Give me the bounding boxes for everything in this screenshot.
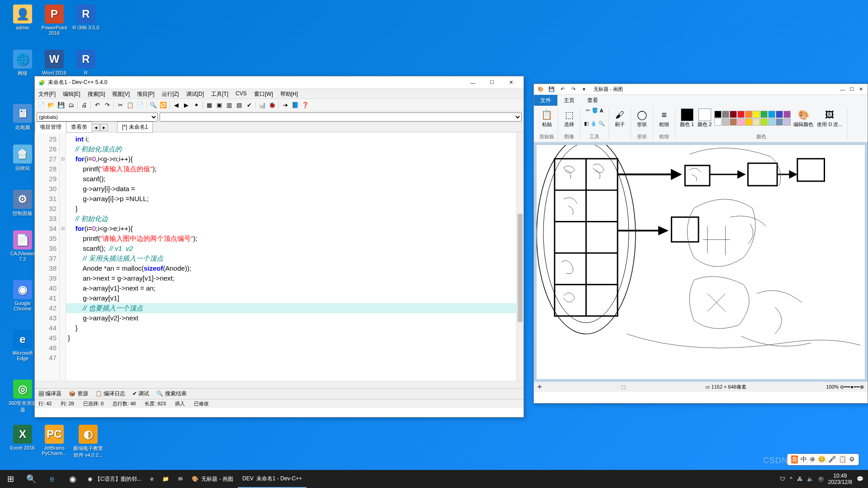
desktop-icon[interactable]: 🖥此电脑 [7,104,38,131]
bottom-tab[interactable]: 📦 资源 [65,389,91,399]
color-swatch[interactable] [776,118,783,126]
code-area[interactable]: int i; // 初始化顶点的 for(i=0,i<g->n;i++){ pr… [66,132,516,381]
close-button[interactable]: ✕ [502,77,520,88]
edge-icon[interactable]: e [42,470,62,488]
desktop-icon[interactable]: ◐极域电子教室软件 v4.0 2... [72,425,104,459]
run-icon[interactable]: ▣ [215,101,224,110]
menu-item[interactable]: 视图[V] [108,89,133,99]
color-swatch[interactable] [730,118,737,126]
desktop-icon[interactable]: PCJetBrains PyCharm... [38,425,70,456]
desktop-icon[interactable]: 🌐网络 [7,50,38,77]
fwd-icon[interactable]: ▶ [182,101,191,110]
maximize-button[interactable]: ☐ [848,85,856,94]
menu-item[interactable]: 工具[T] [208,89,232,99]
clock[interactable]: 10:492023/12/8 [828,473,852,486]
menu-item[interactable]: 窗口[W] [250,89,277,99]
tray-up-icon[interactable]: ^ [790,476,793,482]
vscrollbar[interactable] [516,132,524,381]
new-icon[interactable]: 📄 [37,101,46,110]
qat-dropdown-icon[interactable]: ▾ [580,85,588,94]
color-swatch[interactable] [737,111,745,118]
tray-shield-icon[interactable]: 🛡 [780,476,785,482]
edit-3d-button[interactable]: 🖼使用 D 连... [816,108,843,129]
edit-colors-button[interactable]: 🎨编辑颜色 [793,108,814,129]
tab-file[interactable]: 文件 [534,95,557,106]
bottom-tab[interactable]: 🔍 搜索结果 [153,389,190,399]
tab-project[interactable]: 项目管理 [35,122,66,133]
desktop-icon[interactable]: ◎360安全浏览器 [7,380,38,413]
color-swatch[interactable] [760,111,768,118]
taskbar-item[interactable]: ◉【C语言】图的邻... [83,470,146,488]
color-swatch[interactable] [776,111,783,118]
select-button[interactable]: ⬚选择 [562,108,576,129]
color-palette[interactable] [714,111,791,126]
globals-select[interactable]: (globals) [37,113,158,122]
menu-item[interactable]: 搜索[S] [84,89,109,99]
color-swatch[interactable] [722,118,729,126]
menu-item[interactable]: 文件[F] [35,89,59,99]
color-swatch[interactable] [745,111,752,118]
fill-icon[interactable]: 🪣 [592,108,598,113]
picker-icon[interactable]: 💧 [590,121,597,127]
desktop-icon[interactable]: 📄CAJViewer 7.2 [7,230,38,262]
find-icon[interactable]: 🔍 [149,101,158,110]
redo-icon[interactable]: ↷ [103,101,112,110]
desktop-icon[interactable]: eMicrosoft Edge [7,330,38,361]
zoom-icon[interactable]: 🔍 [599,121,605,127]
paste-icon[interactable]: 📄 [136,101,145,110]
taskbar-item[interactable]: e [146,470,158,488]
copy-icon[interactable]: 📋 [126,101,135,110]
undo-icon[interactable]: ↶ [93,101,102,110]
desktop-icon[interactable]: PPowerPoint 2016 [38,5,70,36]
desktop-icon[interactable]: ◉Google Chrome [7,280,38,311]
devcpp-titlebar[interactable]: 🧩 未命名1 - Dev-C++ 5.4.0 — ☐ ✕ [35,76,524,89]
save-icon[interactable]: 💾 [547,85,556,94]
desktop-icon[interactable]: RR i386 3.5.0 [70,5,102,30]
color-swatch[interactable] [737,118,745,126]
menu-item[interactable]: 项目[P] [133,89,158,99]
new2-icon[interactable]: 📘 [291,101,300,110]
eraser-icon[interactable]: ◧ [584,121,589,127]
taskbar-item[interactable]: ✉ [174,470,187,488]
tab-nav-right[interactable]: ▸ [100,124,108,131]
hscrollbar[interactable] [35,381,524,388]
color-swatch[interactable] [714,118,722,126]
paint-canvas[interactable] [537,145,865,379]
color-swatch[interactable] [753,111,760,118]
desktop-icon[interactable]: 👤admin [7,5,38,30]
menu-item[interactable]: 帮助[H] [277,89,302,99]
debug-icon[interactable]: ✔ [245,101,254,110]
menu-item[interactable]: 编辑[E] [59,89,84,99]
paste-button[interactable]: 📋粘贴 [540,108,554,129]
desktop-icon[interactable]: ⚙控制面板 [7,190,38,217]
undo-icon[interactable]: ↶ [558,85,566,94]
compilerun-icon[interactable]: ▥ [225,101,234,110]
taskbar-item[interactable]: 📁 [158,470,174,488]
globals-select2[interactable] [160,113,522,122]
color-swatch[interactable] [760,118,768,126]
tray-vol-icon[interactable]: 🔈 [807,476,814,482]
minimize-button[interactable]: — [839,85,847,94]
desktop-icon[interactable]: XExcel 2016 [7,425,38,450]
color1-button[interactable]: 颜色 1 [679,108,695,129]
color-swatch[interactable] [745,118,752,126]
color-swatch[interactable] [768,111,775,118]
profile-icon[interactable]: 📊 [258,101,267,110]
print-icon[interactable]: 🖨 [80,101,89,110]
code-editor[interactable]: 2526272829303132333435363738394041424344… [35,132,524,381]
text-icon[interactable]: A [600,108,604,113]
redo-icon[interactable]: ↷ [569,85,577,94]
bottom-tab[interactable]: 📋 编译日志 [92,389,129,399]
maximize-button[interactable]: ☐ [483,77,501,88]
color-swatch[interactable] [722,111,729,118]
taskbar-item[interactable]: DEV未命名1 - Dev-C++ [238,470,307,488]
desktop-icon[interactable]: 🗑回收站 [7,145,38,172]
notifications-icon[interactable]: 💬 [857,476,863,482]
color-swatch[interactable] [783,111,791,118]
color-swatch[interactable] [714,111,722,118]
debug2-icon[interactable]: 🐞 [268,101,277,110]
bottom-tab[interactable]: ▦ 编译器 [35,389,65,399]
minimize-button[interactable]: — [464,77,482,88]
tab-classes[interactable]: 查看类 [66,122,92,133]
desktop-icon[interactable]: WWord 2016 [38,50,70,75]
